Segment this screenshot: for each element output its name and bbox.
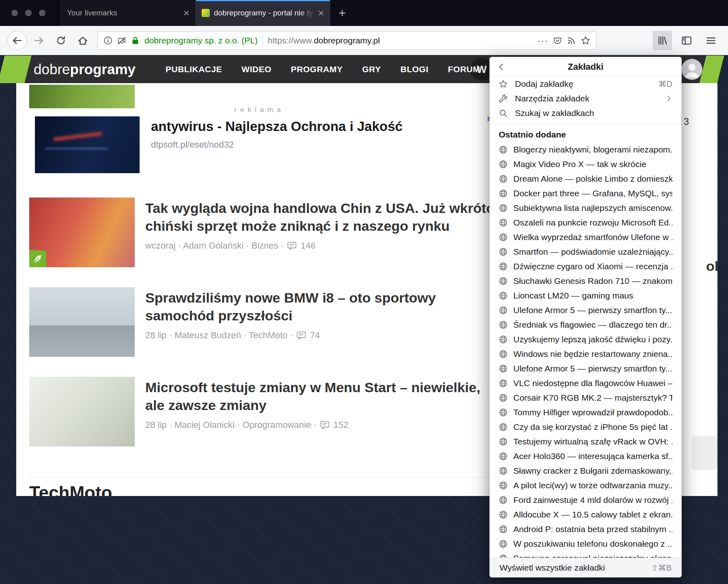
article-image[interactable] [29,377,135,447]
site-menu-item[interactable]: GRY [353,64,391,74]
pocket-icon[interactable] [553,36,562,45]
wrench-icon [499,94,508,103]
sidebar-toggle-button[interactable] [677,31,696,50]
globe-icon [499,306,508,315]
bookmark-item[interactable]: Czy da się korzystać z iPhone 5s pięć la… [490,420,681,434]
clipped-text-fragment: ol [706,258,718,274]
bookmark-item[interactable]: Słuchawki Genesis Radon 710 — znakomi... [490,274,681,288]
library-button[interactable] [653,31,672,50]
bookmark-item[interactable]: Uzyskujemy lepszą jakość dźwięku i pozy.… [490,332,681,347]
comments-icon [287,241,297,250]
add-bookmark-item[interactable]: Dodaj zakładkę ⌘D [490,77,681,91]
bookmark-item[interactable]: Smartfon — podświadomie uzależniający... [490,245,681,259]
search-bookmarks-item[interactable]: Szukaj w zakładkach [490,106,681,120]
reload-button[interactable] [51,31,71,50]
show-all-bookmarks[interactable]: Wyświetl wszystkie zakładki ⇧⌘B [490,558,681,577]
zoom-window-button[interactable] [39,10,45,16]
article-row[interactable]: Tak wygląda wojna handlowa Chin z USA. J… [29,198,502,267]
minimize-window-button[interactable] [25,10,32,16]
article-image[interactable] [29,287,135,357]
url-text[interactable]: https://www.dobreprogramy.pl [268,36,380,45]
bookmark-item[interactable]: Magix Video Pro X — tak w skrócie [490,157,681,172]
comment-count[interactable]: 152 [334,420,349,430]
site-menu-item[interactable]: FORUM [438,64,490,74]
site-menu-item[interactable]: PROGRAMY [281,64,353,74]
info-icon[interactable] [103,36,112,45]
site-identity-label[interactable]: dobreprogramy sp. z o.o. (PL) [144,36,258,45]
home-button[interactable] [73,31,93,50]
article-row[interactable]: Microsoft testuje zmiany w Menu Start – … [29,377,502,447]
secure-lock-icon[interactable] [131,36,140,45]
bookmark-item[interactable]: Dream Alone — polskie Limbo z domieszk..… [490,172,681,186]
bookmark-item[interactable]: W poszukiwaniu telefonu doskonałego z ..… [490,537,681,551]
bookmark-item[interactable]: VLC niedostępne dla flagowców Huawei –..… [490,376,681,391]
article-image[interactable] [29,198,135,267]
ad-image[interactable] [35,116,140,173]
site-logo[interactable]: dobreprogramy [34,61,136,77]
comment-count[interactable]: 74 [310,330,320,341]
bookmark-item[interactable]: Testujemy wirtualną szafę vRack w OVH: .… [490,434,681,449]
section-heading-clipped: TechMoto [29,477,489,496]
permissions-blocked-icon[interactable] [117,36,126,45]
user-avatar[interactable] [681,59,702,80]
bookmarks-panel-header: Zakładki [490,57,681,77]
bookmark-item[interactable]: Sławny cracker z Bułgarii zdemaskowany,.… [490,464,681,478]
bookmark-item[interactable]: Blogerzy nieaktywni, blogerami niezapom.… [490,142,681,157]
tab-your-livemarks[interactable]: Your livemarks × [61,0,196,26]
page-actions-icon[interactable]: ··· [537,36,548,45]
bookmark-item[interactable]: Docker part three — Grafana, MySQL, sys.… [490,186,681,201]
bookmark-tools-item[interactable]: Narzędzia zakładek [490,91,681,106]
bookmark-item[interactable]: Ulefone Armor 5 — pierwszy smartfon ty..… [490,361,681,376]
rss-feed-icon[interactable] [567,36,576,45]
close-window-button[interactable] [11,10,18,16]
dobreprogramy-favicon-icon [202,9,210,17]
bookmark-star-icon[interactable] [581,36,590,45]
menu-hamburger-button[interactable] [701,31,721,50]
bookmark-item[interactable]: Windows nie będzie restartowany zniena..… [490,347,681,361]
bookmark-item[interactable]: Ulefone Armor 5 — pierwszy smartfon ty..… [490,303,681,318]
site-menu-item[interactable]: BLOGI [391,64,438,74]
bookmark-item[interactable]: Oszaleli na punkcie rozwoju Microsoft Ed… [490,215,681,230]
new-tab-button[interactable]: + [330,0,354,26]
back-button[interactable] [7,31,27,50]
article-meta-text: 28 lip · Maciej Olanicki · Oprogramowani… [145,420,317,430]
advertisement[interactable]: antywirus - Najlepsza Ochrona i Jakość d… [35,116,489,177]
bookmark-item[interactable]: Corsair K70 RGB MK.2 — majstersztyk? T..… [490,391,681,405]
bookmark-item[interactable]: Ford zainwestuje 4 mld dolarów w rozwój … [490,493,681,507]
bookmark-item[interactable]: Lioncast LM20 — gaming maus [490,288,681,303]
article-row[interactable]: Sprawdziliśmy nowe BMW i8 – oto sportowy… [29,287,502,357]
site-menu-item[interactable]: WIDEO [232,64,281,74]
globe-icon [499,539,508,548]
section-heading[interactable]: TechMoto [29,483,489,496]
bookmark-item[interactable]: Średniak vs flagowiec — dlaczego ten dr.… [490,318,681,332]
tab-dobreprogramy[interactable]: dobreprogramy - portal nie tylk × [196,0,330,26]
bookmark-item[interactable]: Android P: ostatnia beta przed stabilnym… [490,522,681,537]
close-tab-icon[interactable]: × [318,8,324,18]
bookmark-item[interactable]: Dźwięczne cygaro od Xiaomi — recenzja ..… [490,259,681,274]
toolbar-right-cluster [653,31,721,50]
bookmark-item[interactable]: Subiektywna lista najlepszych amiscenow.… [490,201,681,215]
forward-button[interactable] [29,31,49,50]
close-tab-icon[interactable]: × [183,8,190,18]
article-title[interactable]: Tak wygląda wojna handlowa Chin z USA. J… [145,199,502,235]
bookmark-item[interactable]: A pilot leci(wy) w torze odtwarzania muz… [490,478,681,493]
panel-divider [490,123,681,124]
bookmark-title: VLC niedostępne dla flagowców Huawei –..… [513,378,672,388]
ad-url[interactable]: dtpsoft.pl/eset/nod32 [151,140,403,150]
clipped-text-fragment: 3 [684,116,689,127]
bookmark-item[interactable]: Tommy Hilfiger wprowadził prawdopodob... [490,405,681,420]
back-icon[interactable] [497,63,505,71]
cropped-article-thumbnail[interactable] [29,85,135,108]
bookmark-item[interactable]: Alldocube X — 10.5 calowy tablet z ekran… [490,507,681,522]
article-title[interactable]: Sprawdziliśmy nowe BMW i8 – oto sportowy… [145,289,502,324]
url-scheme: https://www. [268,36,314,45]
article-text: Microsoft testuje zmiany w Menu Start – … [145,377,502,447]
comment-count[interactable]: 146 [301,240,316,251]
url-bar[interactable]: dobreprogramy sp. z o.o. (PL) https://ww… [97,31,597,50]
bookmark-item[interactable]: Acer Holo360 — interesująca kamerka sf..… [490,449,681,464]
globe-icon [499,204,508,213]
article-title[interactable]: Microsoft testuje zmiany w Menu Start – … [145,378,502,414]
ad-title[interactable]: antywirus - Najlepsza Ochrona i Jakość [151,119,403,134]
bookmark-item[interactable]: Wielka wyprzedaż smartfonów Ulefone w ..… [490,230,681,245]
site-menu-item[interactable]: PUBLIKACJE [156,64,232,74]
